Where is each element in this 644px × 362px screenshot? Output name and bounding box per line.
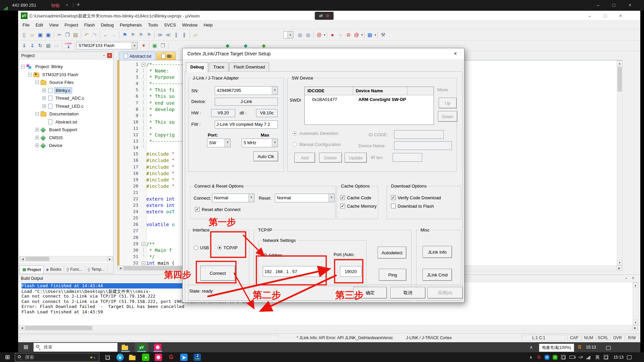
bookmark-icon[interactable]: ⚑ (121, 31, 129, 39)
dialog-close-icon[interactable]: × (451, 50, 460, 58)
action-center-icon[interactable] (627, 355, 632, 359)
scroll-down-icon[interactable]: ▼ (617, 260, 623, 265)
taskbar-jlink[interactable]: JLink (191, 353, 204, 362)
bookmark-next-icon[interactable]: ⚑ (137, 31, 145, 39)
verify-code-download-checkbox[interactable]: ✓ (391, 195, 396, 200)
ir-len-field[interactable] (393, 153, 422, 162)
batch-build-icon[interactable]: ▦ (44, 42, 52, 50)
connect-button[interactable]: Connect (200, 266, 235, 281)
editor-vscrollbar[interactable]: ▲ ▼ (617, 60, 623, 265)
chevron-down-icon[interactable]: ▾ (272, 139, 278, 147)
taskbar-explorer[interactable] (127, 353, 139, 362)
indent-icon[interactable]: ≫ (156, 31, 164, 39)
cut-icon[interactable]: ✂ (55, 31, 63, 39)
comment-icon[interactable]: ∥ (172, 31, 180, 39)
fold-collapse-icon[interactable]: − (142, 261, 145, 265)
dialog-tab-debug[interactable]: Debug (186, 62, 208, 72)
restore-button[interactable]: □ (608, 1, 620, 9)
taskbar-uvision[interactable]: µV (135, 343, 148, 352)
translate-icon[interactable]: ⇓ (20, 42, 28, 50)
delete-button[interactable]: Delete (319, 153, 342, 163)
action-center-icon[interactable] (606, 346, 611, 350)
collapse-icon[interactable]: − (21, 65, 25, 68)
scroll-right-icon[interactable]: ▶ (632, 325, 638, 330)
uncomment-icon[interactable]: ∦ (180, 31, 188, 39)
undo-icon[interactable]: ↶ (83, 31, 91, 39)
chevron-down-icon[interactable]: ▾ (324, 33, 326, 37)
move-up-button[interactable]: Up (439, 98, 457, 108)
start-button[interactable]: ⊞ (19, 343, 33, 352)
local-clock[interactable]: 15:13 (613, 355, 624, 360)
disable-breakpoint-icon[interactable]: ○ (337, 31, 345, 39)
chevron-down-icon[interactable]: ▾ (375, 33, 376, 37)
kill-breakpoints-icon[interactable]: ⊘ (345, 31, 353, 39)
usb-radio[interactable] (194, 246, 198, 250)
save-icon[interactable]: ▣ (36, 31, 44, 39)
build-output-hscrollbar[interactable]: ◀ ▶ (19, 325, 638, 331)
tray-chevron-icon[interactable]: ∧ (527, 355, 535, 360)
copilot-sparkle-icon[interactable]: ✦✦ (90, 355, 96, 360)
pin-icon[interactable]: ▪ (626, 276, 627, 280)
auto-clk-button[interactable]: Auto Clk (253, 151, 278, 161)
panel-tab-func[interactable]: {}Func... (64, 265, 85, 273)
scroll-right-icon[interactable]: ▶ (107, 256, 113, 261)
close-button[interactable]: × (624, 1, 636, 9)
scroll-left-icon[interactable]: ◀ (117, 265, 123, 270)
port-field[interactable]: 19020 (340, 266, 361, 277)
chevron-down-icon[interactable]: ▾ (287, 32, 293, 38)
tree-item-blinky-c[interactable]: +Blinky.c (19, 87, 113, 95)
update-button[interactable]: Update (345, 153, 367, 163)
fold-margin[interactable]: − (140, 62, 146, 68)
menu-view[interactable]: View (46, 21, 61, 29)
taskbar-sogou[interactable]: G (165, 353, 177, 362)
insert-breakpoint-icon[interactable]: ● (329, 31, 337, 39)
stop-build-icon[interactable]: ▭ (52, 42, 60, 50)
add-button[interactable]: Add (294, 153, 315, 163)
minimize-button[interactable]: – (592, 1, 604, 9)
task-view-icon[interactable] (101, 353, 113, 362)
tree-item-thread-led-c[interactable]: +Thread_LED.c (19, 102, 113, 110)
configure-icon[interactable]: ▱ (191, 31, 199, 39)
menu-file[interactable]: File (19, 21, 33, 29)
remote-float-toolbar[interactable]: ⇄⊘ (315, 12, 334, 20)
chevron-down-icon[interactable]: ▾ (272, 87, 278, 95)
ping-button[interactable]: Ping (379, 269, 406, 281)
dialog-tab-trace[interactable]: Trace (209, 62, 229, 71)
bookmark-prev-icon[interactable]: ⚑ (129, 31, 137, 39)
quick-find-combo[interactable]: ▾ (283, 31, 293, 39)
console-line[interactable]: Flash Load finished at 14:43:44 (21, 283, 183, 289)
connect-combo[interactable]: Normal▾ (212, 194, 254, 202)
cast-icon[interactable] (561, 355, 565, 359)
find-icon[interactable]: ◎ (304, 31, 312, 39)
screen-share-icon[interactable]: ⇄ (319, 13, 323, 18)
panel-tab-project[interactable]: ▤Project (20, 265, 44, 273)
battery-icon[interactable] (569, 356, 575, 359)
start-button[interactable]: ⊞ (0, 352, 15, 362)
new-tab-button[interactable]: + (77, 1, 80, 8)
close-panel-icon[interactable]: × (107, 53, 112, 58)
expand-icon[interactable]: + (35, 128, 39, 132)
network-icon[interactable] (587, 355, 591, 359)
fold-margin[interactable]: − (140, 260, 146, 265)
options-for-target-icon[interactable]: ✶ (140, 42, 148, 50)
scroll-right-icon[interactable]: ▶ (616, 265, 622, 270)
rebuild-icon[interactable]: ↻ (36, 42, 44, 50)
download-to-flash-checkbox[interactable] (391, 204, 396, 208)
console-line[interactable]: Error: Flash Download failed - Target DL… (21, 304, 633, 309)
uv-minimize-button[interactable]: – (584, 11, 595, 20)
dialog-tab-flash-download[interactable]: Flash Download (229, 62, 269, 71)
taskbar-app-blue[interactable]: ➤ (178, 353, 190, 362)
ip-address-field[interactable]: 192 . 168 . 1 . 57 (263, 266, 327, 277)
taskbar-explorer[interactable] (119, 343, 132, 352)
tray-chevron-icon[interactable]: ∧ (527, 345, 536, 350)
port-combo[interactable]: SW▾ (207, 139, 231, 147)
ime-grid-icon[interactable] (604, 355, 608, 359)
redo-icon[interactable]: ↷ (91, 31, 99, 39)
dialog-titlebar[interactable]: Cortex JLink/JTrace Target Driver Setup (183, 48, 464, 59)
jlink-info-button[interactable]: JLink Info (423, 246, 452, 258)
taskbar-wechat[interactable]: ● (140, 353, 152, 362)
autodetect-button[interactable]: Autodetect (378, 247, 406, 259)
manual-configuration-radio[interactable] (293, 142, 297, 147)
project-hscrollbar[interactable]: ◀ ▶ (19, 256, 113, 262)
uv-restore-button[interactable]: □ (599, 11, 611, 20)
